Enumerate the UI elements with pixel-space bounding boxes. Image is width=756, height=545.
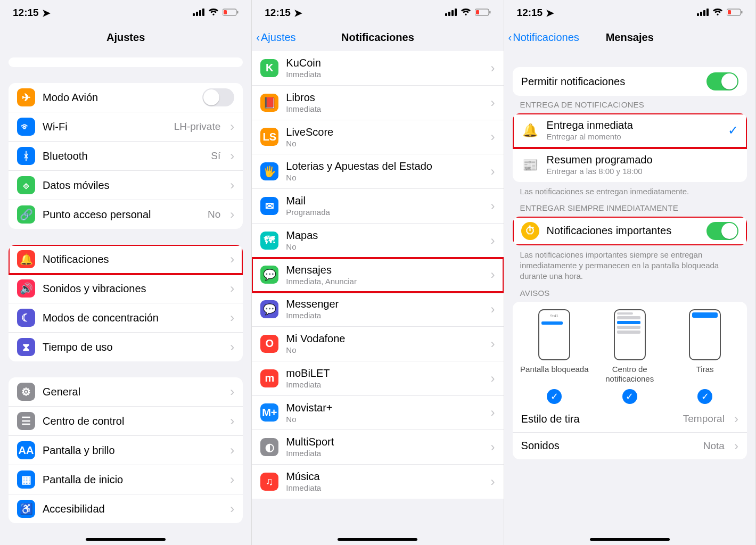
list-item[interactable]: ⟐Datos móviles› (9, 171, 243, 200)
delivery-note: Las notificaciones se entregan inmediata… (504, 182, 755, 199)
bluetooth-icon: ᚼ (17, 147, 35, 165)
list-item[interactable]: ✉MailProgramada› (252, 189, 503, 224)
list-item[interactable]: ☾Modos de concentración› (9, 303, 243, 333)
chevron-right-icon: › (491, 371, 495, 386)
status-time: 12:15 (265, 7, 291, 19)
row-subtitle: Inmediata (286, 380, 483, 390)
list-item[interactable]: LSLiveScoreNo› (252, 120, 503, 155)
settings-group-notifications: 🔔Notificaciones›🔊Sonidos y vibraciones›☾… (9, 245, 243, 361)
svg-rect-5 (237, 11, 239, 14)
svg-rect-8 (448, 12, 450, 16)
list-item[interactable]: ◐MultiSportInmediata› (252, 430, 503, 465)
list-item[interactable]: ♫MúsicaInmediata› (252, 465, 503, 499)
page-title: Mensajes (606, 31, 654, 44)
O-icon: O (260, 335, 278, 353)
allow-label: Permitir notificaciones (521, 75, 699, 88)
💬-icon: 💬 (260, 266, 278, 284)
svg-rect-1 (196, 12, 198, 16)
list-item[interactable]: 🔔Entrega inmediataEntregar al momento✓ (513, 113, 747, 148)
m-icon: m (260, 369, 278, 387)
chevron-right-icon: › (491, 95, 495, 110)
list-item[interactable]: ✈Modo Avión (9, 83, 243, 112)
allow-toggle[interactable] (706, 72, 738, 90)
sonidos-row[interactable]: Sonidos Nota › (513, 433, 747, 459)
list-item[interactable]: ᚼBluetoothSí› (9, 142, 243, 171)
phone-preview-icon (689, 309, 721, 360)
aviso-option[interactable]: 9:41Pantalla bloqueada✓ (520, 309, 589, 404)
avisos-group: 9:41Pantalla bloqueada✓Centro de notific… (513, 302, 747, 459)
pane-mensajes: 12:15➤ ‹Notificaciones Mensajes Permitir… (504, 0, 756, 545)
wifi-icon (712, 7, 723, 19)
back-button[interactable]: ‹Ajustes (256, 31, 295, 44)
row-title: Messenger (286, 298, 483, 311)
row-title: Wi-Fi (43, 120, 167, 134)
list-item[interactable]: 🔗Punto acceso personalNo› (9, 200, 243, 229)
list-item[interactable]: ⚙General› (9, 377, 243, 407)
check-icon[interactable]: ✓ (622, 389, 637, 404)
check-icon[interactable]: ✓ (697, 389, 712, 404)
signal-icon (193, 7, 204, 19)
list-item[interactable]: OMi VodafoneNo› (252, 327, 503, 361)
list-item[interactable]: 🔔Notificaciones› (9, 245, 243, 274)
chevron-right-icon: › (230, 472, 234, 487)
navbar: Ajustes (0, 23, 251, 51)
list-item[interactable]: ☰Centro de control› (9, 407, 243, 436)
list-item[interactable]: 💬MessengerInmediata› (252, 292, 503, 327)
pane-notificaciones: 12:15➤ ‹Ajustes Notificaciones KKuCoinIn… (252, 0, 504, 545)
check-icon[interactable]: ✓ (547, 389, 562, 404)
row-title: LiveScore (286, 126, 483, 139)
svg-rect-3 (202, 9, 204, 16)
row-title: Notificaciones (43, 253, 223, 266)
list-item[interactable]: ♿Accesibilidad› (9, 494, 243, 523)
row-subtitle: Inmediata (286, 449, 483, 459)
battery-icon (727, 7, 743, 19)
important-icon: ⏱ (521, 222, 539, 240)
row-subtitle: No (286, 139, 483, 149)
row-title: KuCoin (286, 56, 483, 70)
svg-rect-17 (706, 9, 709, 16)
list-item[interactable]: ᯤWi-FiLH-private› (9, 112, 243, 142)
row-subtitle: Inmediata (286, 311, 483, 321)
list-item[interactable]: 📕LibrosInmediata› (252, 86, 503, 120)
list-item[interactable]: AAPantalla y brillo› (9, 436, 243, 465)
list-item[interactable]: 🔊Sonidos y vibraciones› (9, 274, 243, 303)
row-value: Nota (703, 440, 725, 452)
🗺-icon: 🗺 (260, 232, 278, 250)
location-icon: ➤ (294, 7, 302, 19)
toggle[interactable] (202, 88, 234, 106)
speaker-icon: 🔊 (17, 279, 35, 298)
svg-rect-7 (445, 13, 447, 16)
location-icon: ➤ (42, 7, 51, 19)
list-item[interactable]: 🖐Loterias y Apuestas del EstadoNo› (252, 154, 503, 189)
chevron-right-icon: › (491, 405, 495, 420)
important-notifications-row[interactable]: ⏱ Notificaciones importantes (513, 217, 747, 245)
list-item[interactable]: mmoBiLETInmediata› (252, 361, 503, 396)
aviso-option[interactable]: Tiras✓ (670, 309, 739, 404)
back-button[interactable]: ‹Notificaciones (508, 31, 579, 44)
important-toggle[interactable] (706, 222, 738, 240)
estilo-tira-row[interactable]: Estilo de tira Temporal › (513, 406, 747, 433)
row-title: Libros (286, 91, 483, 104)
list-item[interactable]: 💬MensajesInmediata, Anunciar› (252, 258, 503, 293)
chevron-right-icon: › (491, 440, 495, 455)
row-title: Modo Avión (43, 91, 195, 104)
allow-notifications-row[interactable]: Permitir notificaciones (513, 67, 747, 96)
list-item[interactable]: 📰Resumen programadoEntregar a las 8:00 y… (513, 148, 747, 182)
important-label: Notificaciones importantes (547, 224, 699, 237)
row-subtitle: Inmediata (286, 104, 483, 114)
status-bar: 12:15➤ (504, 0, 755, 23)
list-item[interactable]: ▦Pantalla de inicio› (9, 465, 243, 494)
list-item[interactable]: 🗺MapasNo› (252, 224, 503, 258)
row-title: Mapas (286, 229, 483, 242)
row-label: Sonidos (521, 439, 696, 452)
settings-group-network: ✈Modo AviónᯤWi-FiLH-private›ᚼBluetoothSí… (9, 83, 243, 229)
aviso-option[interactable]: Centro de notificaciones✓ (595, 309, 664, 404)
row-title: General (43, 385, 223, 399)
chevron-left-icon: ‹ (256, 31, 260, 44)
list-item[interactable]: M+Movistar+No› (252, 396, 503, 431)
svg-rect-13 (476, 10, 479, 14)
row-title: Punto acceso personal (43, 208, 200, 221)
list-item[interactable]: KKuCoinInmediata› (252, 51, 503, 86)
list-item[interactable]: ⧗Tiempo de uso› (9, 333, 243, 361)
chevron-right-icon: › (734, 411, 738, 426)
